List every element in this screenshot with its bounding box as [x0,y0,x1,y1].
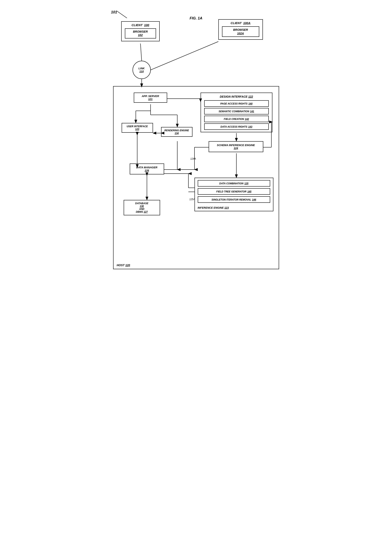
client100-label: CLIENT [132,23,142,27]
app-server-num: 121 [137,98,163,101]
host120-box: APP. SERVER 121 USER INTERFACE 123 RENDE… [113,86,279,269]
client100a-num: 100A [243,21,251,25]
browser102-label: BROWSER [133,30,148,33]
browser102a-num: 102A [237,32,244,35]
field-creation-label: FIELD CREATION [224,118,244,121]
user-interface-label: USER INTERFACE [125,125,150,128]
client100-num: 100 [144,23,149,27]
link110-num: 110 [140,70,144,73]
inference-engine-label: INFERENCE ENGINE [198,206,224,209]
page-access-label: PAGE ACCESS RIGHTS [220,102,247,105]
browser102-num: 102 [138,33,143,37]
rendering-engine-num: 134 [163,132,190,135]
data-access-box: DATA ACCESS RIGHTS 143 [204,123,269,130]
browser102a-box: BROWSER 102A [222,26,259,37]
semantic-combo-num: 141 [250,110,254,113]
ref-101-label: 101 [111,10,117,14]
field-tree-label: FIELD TREE GENERATOR [216,190,246,193]
design-interface-num: 122 [248,95,253,98]
user-interface-num: 123 [125,128,150,131]
design-interface-box: DESIGN INTERFACE 122 PAGE ACCESS RIGHTS … [201,93,272,132]
dbms-label: DBMS [136,210,143,213]
database-label: DATABASE [127,202,157,205]
page-access-num: 140 [249,102,252,105]
link110-label: LINK [138,67,145,70]
browser102a-label: BROWSER [233,28,248,31]
design-interface-label: DESIGN INTERFACE [220,95,247,98]
semantic-combo-label: SEMANTIC COMBINATION [218,110,249,113]
client100a-label: CLIENT [231,21,241,25]
client100a-box: CLIENT 100A BROWSER 102A [218,19,263,40]
data-access-label: DATA ACCESS RIGHTS [220,125,247,128]
field-creation-num: 142 [245,118,249,121]
database-num: 130 [127,205,157,208]
page-access-box: PAGE ACCESS RIGHTS 140 [204,100,269,107]
app-server-box: APP. SERVER 121 [134,93,167,103]
semantic-combo-box: SEMANTIC COMBINATION 141 [204,108,269,114]
data-manager-label: DATA MANAGER [133,166,161,169]
inference-engine-outer-box: DATA COMBINATION 125 FIELD TREE GENERATO… [195,178,273,211]
database-box: DATABASE 130 AND DBMS 127 [124,200,160,215]
rendering-engine-box: RENDERING ENGINE 134 [161,127,192,137]
dbms-num: 127 [144,210,148,213]
data-combination-num: 125 [244,182,248,185]
schema-engine-label: SCHEMA INFERENCE ENGINE [212,144,260,147]
rendering-engine-label: RENDERING ENGINE [163,129,190,132]
client100-box: CLIENT 100 BROWSER 102 [121,21,160,41]
data-manager-box: DATA MANAGER 126 [130,164,164,174]
link110-circle: LINK 110 [133,61,151,79]
ref-125a: 125A [189,198,195,201]
browser102-box: BROWSER 102 [125,28,156,38]
data-combination-label: DATA COMBINATION [219,182,244,185]
data-access-num: 143 [248,125,252,128]
svg-line-4 [151,42,218,70]
data-combination-box: DATA COMBINATION 125 [198,180,270,186]
field-tree-num: 145 [247,190,251,193]
singleton-num: 146 [252,198,256,201]
user-interface-box: USER INTERFACE 123 [122,123,153,133]
schema-engine-num: 124 [212,147,260,150]
field-creation-box: FIELD CREATION 142 [204,116,269,122]
schema-engine-box: SCHEMA INFERENCE ENGINE 124 [209,141,263,152]
ref-124a: 124A [190,157,196,160]
singleton-label: SINGLETON ITERATOR REMOVAL [211,198,251,201]
data-manager-num: 126 [133,169,161,172]
svg-line-3 [140,43,142,61]
app-server-label: APP. SERVER [137,95,163,98]
database-and: AND [127,208,157,210]
host-label: HOST 120 [117,264,130,267]
singleton-box: SINGLETON ITERATOR REMOVAL 146 [198,196,270,203]
field-tree-box: FIELD TREE GENERATOR 145 [198,188,270,195]
inference-engine-num: 123 [224,206,229,209]
